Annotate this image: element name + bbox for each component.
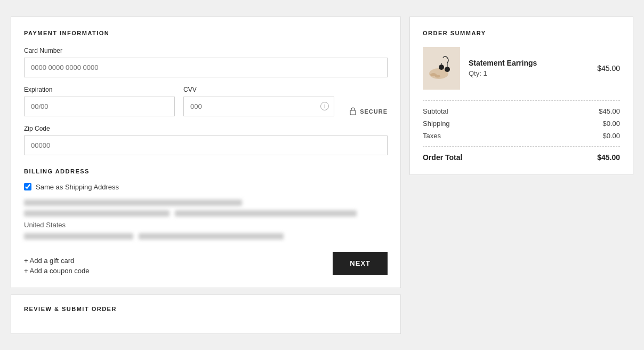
cvv-label: CVV: [183, 86, 334, 93]
card-number-input[interactable]: [24, 58, 388, 77]
billing-section: BILLING ADDRESS Same as Shipping Address…: [24, 168, 388, 275]
blur-line-1: [24, 200, 242, 206]
svg-point-3: [439, 65, 444, 70]
product-image: [423, 47, 460, 90]
payment-section-title: PAYMENT INFORMATION: [24, 30, 388, 36]
same-as-shipping-row: Same as Shipping Address: [24, 183, 388, 191]
order-summary-title: ORDER SUMMARY: [423, 30, 620, 36]
address-blurred-2: [24, 233, 388, 240]
blur-line-2: [24, 210, 170, 217]
review-section-title: REVIEW & SUBMIT ORDER: [24, 306, 388, 312]
billing-section-title: BILLING ADDRESS: [24, 168, 388, 174]
expiry-field: Expiration: [24, 86, 175, 116]
order-total-label: Order Total: [423, 153, 462, 162]
taxes-value: $0.00: [602, 132, 620, 140]
secure-badge: SECURE: [349, 107, 388, 116]
zip-input[interactable]: [24, 136, 388, 155]
link-actions: + Add a gift card + Add a coupon code: [24, 257, 90, 275]
expiry-input[interactable]: [24, 97, 175, 116]
zip-field: Zip Code: [24, 125, 388, 155]
blur-line-3: [175, 210, 357, 217]
divider-2: [423, 146, 620, 147]
order-total-value: $45.00: [597, 153, 620, 162]
review-section: REVIEW & SUBMIT ORDER: [11, 295, 401, 334]
divider-1: [423, 100, 620, 101]
subtotal-label: Subtotal: [423, 107, 448, 115]
order-summary-panel: ORDER SUMMARY: [409, 17, 633, 334]
svg-rect-0: [350, 110, 356, 115]
shipping-value: $0.00: [602, 120, 620, 128]
blur-line-5: [139, 233, 284, 240]
zip-label: Zip Code: [24, 125, 388, 132]
subtotal-line: Subtotal $45.00: [423, 107, 620, 115]
order-summary-box: ORDER SUMMARY: [409, 17, 633, 175]
product-row: Statement Earrings Qty: 1 $45.00: [423, 47, 620, 90]
same-as-shipping-label: Same as Shipping Address: [36, 183, 119, 191]
shipping-label: Shipping: [423, 120, 450, 128]
order-total-line: Order Total $45.00: [423, 153, 620, 162]
same-as-shipping-checkbox[interactable]: [24, 183, 31, 190]
product-qty: Qty: 1: [469, 69, 589, 77]
card-number-field: Card Number: [24, 47, 388, 77]
expiry-cvv-row: Expiration CVV i: [24, 86, 388, 116]
card-number-label: Card Number: [24, 47, 388, 54]
secure-label: SECURE: [360, 108, 388, 115]
cvv-input[interactable]: [183, 97, 334, 116]
cvv-wrapper: i: [183, 97, 334, 116]
payment-section: PAYMENT INFORMATION Card Number Expirati…: [11, 17, 401, 288]
taxes-line: Taxes $0.00: [423, 132, 620, 140]
country-text: United States: [24, 221, 388, 229]
next-button[interactable]: NEXT: [333, 252, 388, 275]
product-price: $45.00: [597, 64, 620, 73]
svg-point-8: [435, 75, 440, 77]
svg-point-5: [445, 67, 450, 72]
subtotal-value: $45.00: [599, 107, 620, 115]
cvv-field: CVV i: [183, 86, 334, 116]
lock-icon: [349, 107, 357, 116]
expiry-label: Expiration: [24, 86, 175, 93]
add-gift-card-button[interactable]: + Add a gift card: [24, 257, 90, 265]
blur-line-4: [24, 233, 133, 240]
links-and-button-row: + Add a gift card + Add a coupon code NE…: [24, 248, 388, 275]
product-details: Statement Earrings Qty: 1: [469, 59, 589, 77]
product-name: Statement Earrings: [469, 59, 589, 67]
taxes-label: Taxes: [423, 132, 441, 140]
add-coupon-button[interactable]: + Add a coupon code: [24, 267, 90, 275]
address-blurred: [24, 200, 388, 217]
shipping-line: Shipping $0.00: [423, 120, 620, 128]
